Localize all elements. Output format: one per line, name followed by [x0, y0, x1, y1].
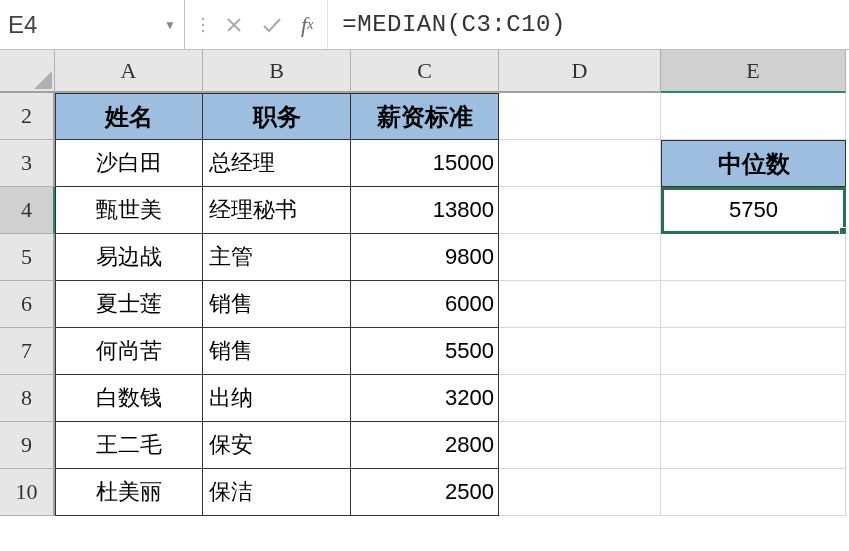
- select-all-corner[interactable]: [0, 50, 55, 93]
- col-header-C[interactable]: C: [351, 50, 499, 93]
- svg-point-0: [202, 17, 204, 19]
- row-header-8[interactable]: 8: [0, 375, 55, 422]
- left-column: 2 3 4 5 6 7 8 9 10: [0, 50, 55, 551]
- cell-E2[interactable]: [661, 93, 846, 140]
- row-header-3[interactable]: 3: [0, 140, 55, 187]
- cell-E3[interactable]: 中位数: [661, 140, 846, 187]
- col-header-B[interactable]: B: [203, 50, 351, 93]
- corner-triangle-icon: [34, 71, 52, 89]
- cell-C7[interactable]: 5500: [351, 328, 499, 375]
- name-box[interactable]: E4 ▼: [0, 0, 185, 49]
- cell-D8[interactable]: [499, 375, 661, 422]
- cell-grid: 姓名 职务 薪资标准 沙白田 总经理 15000 中位数 甄世美 经理秘书 13…: [55, 93, 846, 516]
- grid-row: 甄世美 经理秘书 13800 5750: [55, 187, 846, 234]
- cell-B2[interactable]: 职务: [203, 93, 351, 140]
- confirm-icon[interactable]: [261, 16, 283, 34]
- name-box-dropdown-icon[interactable]: ▼: [164, 18, 176, 32]
- cell-B6[interactable]: 销售: [203, 281, 351, 328]
- cell-B7[interactable]: 销售: [203, 328, 351, 375]
- row-header-7[interactable]: 7: [0, 328, 55, 375]
- cell-E9[interactable]: [661, 422, 846, 469]
- cell-E8[interactable]: [661, 375, 846, 422]
- cell-D2[interactable]: [499, 93, 661, 140]
- row-header-10[interactable]: 10: [0, 469, 55, 516]
- grid-row: 王二毛 保安 2800: [55, 422, 846, 469]
- svg-point-1: [202, 23, 204, 25]
- cell-E7[interactable]: [661, 328, 846, 375]
- cell-A4[interactable]: 甄世美: [55, 187, 203, 234]
- cell-B4[interactable]: 经理秘书: [203, 187, 351, 234]
- grid-row: 易边战 主管 9800: [55, 234, 846, 281]
- col-header-D[interactable]: D: [499, 50, 661, 93]
- dots-icon[interactable]: [199, 16, 207, 34]
- cancel-icon[interactable]: [225, 16, 243, 34]
- cell-C10[interactable]: 2500: [351, 469, 499, 516]
- cell-D9[interactable]: [499, 422, 661, 469]
- grid-row: 沙白田 总经理 15000 中位数: [55, 140, 846, 187]
- row-header-5[interactable]: 5: [0, 234, 55, 281]
- cell-D7[interactable]: [499, 328, 661, 375]
- cell-D6[interactable]: [499, 281, 661, 328]
- cell-E5[interactable]: [661, 234, 846, 281]
- row-header-2[interactable]: 2: [0, 93, 55, 140]
- grid-row: 夏士莲 销售 6000: [55, 281, 846, 328]
- row-header-9[interactable]: 9: [0, 422, 55, 469]
- col-headers: A B C D E: [55, 50, 846, 93]
- cell-C8[interactable]: 3200: [351, 375, 499, 422]
- cell-C4[interactable]: 13800: [351, 187, 499, 234]
- grid-row: 何尚苦 销售 5500: [55, 328, 846, 375]
- cell-D5[interactable]: [499, 234, 661, 281]
- row-header-4[interactable]: 4: [0, 187, 55, 234]
- cell-C2[interactable]: 薪资标准: [351, 93, 499, 140]
- row-headers: 2 3 4 5 6 7 8 9 10: [0, 93, 55, 516]
- col-header-E[interactable]: E: [661, 50, 846, 93]
- grid-row: 杜美丽 保洁 2500: [55, 469, 846, 516]
- cell-D10[interactable]: [499, 469, 661, 516]
- grid-row: 白数钱 出纳 3200: [55, 375, 846, 422]
- formula-input[interactable]: =MEDIAN(C3:C10): [328, 11, 849, 38]
- cell-E4[interactable]: 5750: [661, 187, 846, 234]
- cell-A5[interactable]: 易边战: [55, 234, 203, 281]
- grid-column: A B C D E 姓名 职务 薪资标准 沙白田 总经理 15000 中位数: [55, 50, 846, 551]
- cell-A9[interactable]: 王二毛: [55, 422, 203, 469]
- cell-B3[interactable]: 总经理: [203, 140, 351, 187]
- sheet-area: 2 3 4 5 6 7 8 9 10 A B C D E 姓名 职务 薪资标准: [0, 50, 849, 551]
- cell-C9[interactable]: 2800: [351, 422, 499, 469]
- cell-A6[interactable]: 夏士莲: [55, 281, 203, 328]
- cell-A2[interactable]: 姓名: [55, 93, 203, 140]
- row-header-6[interactable]: 6: [0, 281, 55, 328]
- cell-A3[interactable]: 沙白田: [55, 140, 203, 187]
- col-header-A[interactable]: A: [55, 50, 203, 93]
- cell-A8[interactable]: 白数钱: [55, 375, 203, 422]
- formula-bar: E4 ▼ fx =MEDIAN(C3:C10): [0, 0, 849, 50]
- svg-point-2: [202, 29, 204, 31]
- cell-B10[interactable]: 保洁: [203, 469, 351, 516]
- cell-B8[interactable]: 出纳: [203, 375, 351, 422]
- name-box-value: E4: [8, 11, 37, 39]
- cell-A10[interactable]: 杜美丽: [55, 469, 203, 516]
- fx-icon[interactable]: fx: [301, 12, 313, 38]
- cell-C5[interactable]: 9800: [351, 234, 499, 281]
- cell-B9[interactable]: 保安: [203, 422, 351, 469]
- cell-C6[interactable]: 6000: [351, 281, 499, 328]
- formula-buttons: fx: [185, 0, 328, 49]
- cell-A7[interactable]: 何尚苦: [55, 328, 203, 375]
- grid-row: 姓名 职务 薪资标准: [55, 93, 846, 140]
- cell-C3[interactable]: 15000: [351, 140, 499, 187]
- cell-D4[interactable]: [499, 187, 661, 234]
- cell-B5[interactable]: 主管: [203, 234, 351, 281]
- cell-D3[interactable]: [499, 140, 661, 187]
- cell-E10[interactable]: [661, 469, 846, 516]
- cell-E6[interactable]: [661, 281, 846, 328]
